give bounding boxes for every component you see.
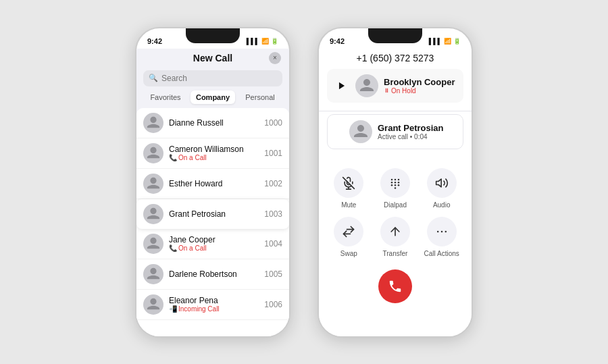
- search-bar[interactable]: 🔍: [143, 70, 282, 86]
- contact-name: Grant Petrosian: [169, 209, 259, 219]
- tab-company[interactable]: Company: [191, 90, 235, 104]
- audio-button[interactable]: Audio: [422, 168, 461, 209]
- tab-favorites[interactable]: Favorites: [143, 90, 188, 104]
- avatar: [143, 204, 163, 224]
- contact-item[interactable]: Darlene Robertson 1005: [136, 259, 289, 290]
- contact-name: Dianne Russell: [169, 118, 259, 128]
- svg-point-10: [398, 184, 400, 186]
- call-actions-icon-circle: [427, 217, 457, 246]
- contact-name: Esther Howard: [169, 179, 259, 188]
- svg-point-17: [440, 230, 442, 232]
- phone-2: 9:42 ▌▌▌ 📶 🔋 +1 (650) 372 5273 Brooklyn …: [318, 27, 473, 338]
- incoming-call-icon: 📲: [169, 305, 177, 313]
- dialpad-button[interactable]: Dialpad: [376, 168, 415, 209]
- caller-name-brooklyn: Brooklyn Cooper: [384, 77, 455, 87]
- phone-number: +1 (650) 372 5273: [319, 49, 472, 69]
- contact-name: Cameron Williamson: [169, 145, 259, 154]
- audio-icon-circle: [427, 168, 457, 198]
- search-input[interactable]: [161, 74, 277, 83]
- contact-item[interactable]: Esther Howard 1002: [136, 169, 289, 199]
- call-actions-label: Call Actions: [424, 250, 459, 257]
- battery-icon: 🔋: [453, 38, 461, 45]
- status-icons-2: ▌▌▌ 📶 🔋: [429, 38, 461, 45]
- contact-info: Cameron Williamson 📞 On a Call: [169, 145, 259, 161]
- avatar: [143, 264, 163, 284]
- end-call-button[interactable]: [378, 269, 412, 303]
- wifi-icon: 📶: [261, 38, 269, 45]
- phones-container: 9:42 ▌▌▌ 📶 🔋 New Call × 🔍 Favorites Comp…: [135, 27, 473, 338]
- notch-1: [186, 28, 240, 43]
- phone2-content: +1 (650) 372 5273 Brooklyn Cooper ⏸ On H…: [319, 49, 472, 336]
- phone-icon: 📞: [169, 244, 177, 252]
- contact-name: Jane Cooper: [169, 235, 259, 244]
- svg-point-9: [395, 184, 397, 186]
- svg-point-4: [398, 178, 400, 180]
- audio-label: Audio: [433, 201, 451, 209]
- contact-ext: 1005: [264, 269, 282, 279]
- action-grid: Mute Dialpad: [319, 160, 472, 263]
- contact-ext: 1003: [264, 209, 282, 219]
- contact-item[interactable]: Dianne Russell 1000: [136, 108, 289, 138]
- contact-list: Dianne Russell 1000 Cameron Williamson 📞…: [136, 108, 289, 336]
- on-hold-status: ⏸ On Hold: [384, 87, 455, 95]
- contact-info: Dianne Russell: [169, 118, 259, 128]
- svg-point-2: [391, 178, 393, 180]
- phone1-content: New Call × 🔍 Favorites Company Personal: [136, 49, 289, 336]
- wifi-icon: 📶: [444, 38, 451, 45]
- signal-icon: ▌▌▌: [247, 38, 259, 45]
- phone-icon: 📞: [169, 154, 177, 161]
- swap-label: Swap: [340, 250, 357, 257]
- time-2: 9:42: [330, 37, 345, 45]
- notch-2: [368, 28, 422, 43]
- call-card-active[interactable]: Grant Petrosian Active call • 0:04: [327, 114, 463, 149]
- contact-info: Esther Howard: [169, 179, 259, 188]
- status-icons-1: ▌▌▌ 📶 🔋: [247, 38, 278, 45]
- tab-personal[interactable]: Personal: [238, 90, 282, 104]
- close-button[interactable]: ×: [269, 52, 281, 64]
- contact-item[interactable]: Jane Cooper 📞 On a Call 1004: [136, 229, 289, 259]
- call-card-on-hold[interactable]: Brooklyn Cooper ⏸ On Hold: [327, 69, 463, 103]
- contact-item[interactable]: Cameron Williamson 📞 On a Call 1001: [136, 138, 289, 169]
- mute-button[interactable]: Mute: [330, 168, 368, 209]
- contact-item-selected[interactable]: Grant Petrosian 1003: [136, 199, 289, 229]
- new-call-title: New Call: [193, 53, 232, 63]
- svg-marker-12: [436, 179, 441, 187]
- contact-item[interactable]: Eleanor Pena 📲 Incoming Call 1006: [136, 290, 289, 320]
- contact-name: Eleanor Pena: [169, 296, 259, 305]
- svg-point-18: [445, 230, 447, 232]
- avatar: [143, 143, 163, 163]
- svg-point-11: [395, 187, 397, 189]
- contact-ext: 1001: [264, 149, 282, 158]
- contact-ext: 1006: [264, 300, 282, 309]
- active-call-status: Active call • 0:04: [378, 133, 444, 140]
- pause-icon: ⏸: [384, 87, 390, 94]
- call-info-grant: Grant Petrosian Active call • 0:04: [378, 123, 444, 140]
- contact-status: 📞 On a Call: [169, 244, 259, 252]
- close-icon: ×: [273, 54, 277, 61]
- play-placeholder: [334, 124, 344, 140]
- transfer-icon-circle: [380, 217, 410, 246]
- svg-point-5: [391, 181, 393, 183]
- end-call-area: [319, 263, 472, 307]
- avatar: [143, 294, 163, 315]
- avatar: [143, 113, 163, 133]
- divider: [319, 111, 472, 111]
- contact-ext: 1000: [264, 118, 282, 128]
- svg-point-8: [391, 184, 393, 186]
- avatar: [143, 234, 163, 254]
- svg-point-3: [395, 178, 397, 180]
- contact-info: Grant Petrosian: [169, 209, 259, 219]
- time-1: 9:42: [147, 37, 162, 45]
- caller-name-grant: Grant Petrosian: [378, 123, 444, 133]
- transfer-button[interactable]: Transfer: [376, 217, 415, 257]
- call-actions-button[interactable]: Call Actions: [422, 217, 461, 257]
- svg-point-16: [437, 230, 439, 232]
- search-icon: 🔍: [149, 74, 158, 82]
- call-info: Brooklyn Cooper ⏸ On Hold: [384, 77, 455, 95]
- contact-status-incoming: 📲 Incoming Call: [169, 305, 259, 313]
- signal-icon: ▌▌▌: [429, 38, 442, 45]
- swap-button[interactable]: Swap: [330, 217, 368, 257]
- phone1-header: New Call ×: [136, 49, 289, 68]
- svg-point-7: [398, 181, 400, 183]
- battery-icon: 🔋: [271, 38, 278, 45]
